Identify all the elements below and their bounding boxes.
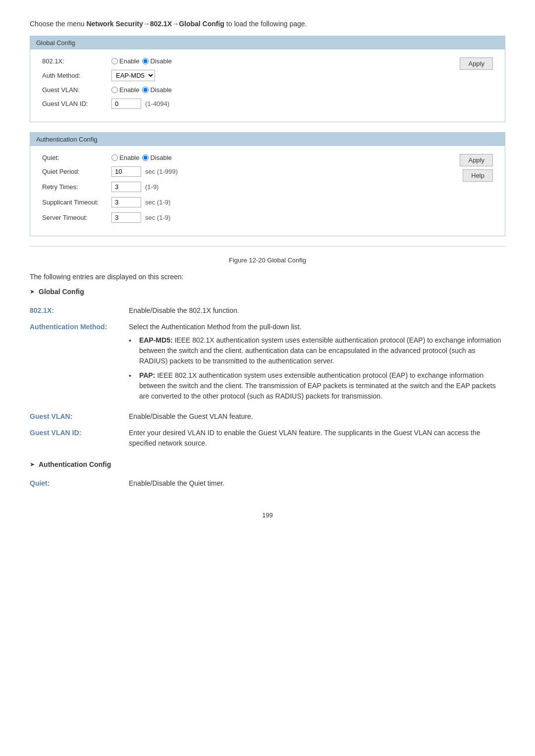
radio-8021x-disable[interactable]: Disable xyxy=(142,57,171,65)
field-row-auth-method: Auth Method: EAP-MD5 xyxy=(42,70,450,81)
field-row-guest-vlan: Guest VLAN: Enable Disable xyxy=(42,86,450,94)
auth-config-help-button[interactable]: Help xyxy=(463,169,493,182)
global-config-fields: 802.1X: Enable Disable Auth Method: xyxy=(42,57,450,114)
label-guest-vlan: Guest VLAN: xyxy=(42,86,111,94)
page-number: 199 xyxy=(30,511,505,519)
control-server-timeout: sec (1-9) xyxy=(111,212,170,223)
def-guest-vlan-id: Enter your desired VLAN ID to enable the… xyxy=(129,425,505,452)
global-config-box: Global Config 802.1X: Enable Disable xyxy=(30,36,505,122)
server-timeout-input[interactable] xyxy=(111,212,141,223)
auth-config-fields: Quiet: Enable Disable Quiet Period: xyxy=(42,154,450,228)
desc-row-guest-vlan-id: Guest VLAN ID: Enter your desired VLAN I… xyxy=(30,425,505,452)
section-divider xyxy=(30,246,505,247)
supplicant-timeout-input[interactable] xyxy=(111,197,141,207)
term-8021x: 802.1X: xyxy=(30,302,129,319)
radio-8021x-enable[interactable]: Enable xyxy=(111,57,139,65)
term-guest-vlan-id: Guest VLAN ID: xyxy=(30,425,129,452)
desc-row-8021x: 802.1X: Enable/Disable the 802.1X functi… xyxy=(30,302,505,319)
section-title-global: Global Config xyxy=(39,288,84,296)
radio-input-guest-vlan-enable[interactable] xyxy=(111,87,118,93)
def-8021x: Enable/Disable the 802.1X function. xyxy=(129,302,505,319)
label-server-timeout: Server Timeout: xyxy=(42,214,111,221)
term-auth-method: Authentication Method: xyxy=(30,319,129,408)
label-supplicant-timeout: Supplicant Timeout: xyxy=(42,199,111,206)
field-row-supplicant-timeout: Supplicant Timeout: sec (1-9) xyxy=(42,197,450,207)
radio-group-guest-vlan: Enable Disable xyxy=(111,86,172,94)
description-intro: The following entries are displayed on t… xyxy=(30,273,505,281)
label-quiet-period: Quiet Period: xyxy=(42,168,111,175)
label-retry-times: Retry Times: xyxy=(42,183,111,191)
control-quiet: Enable Disable xyxy=(111,154,172,161)
quiet-period-hint: sec (1-999) xyxy=(145,168,178,175)
global-config-buttons: Apply xyxy=(450,57,493,70)
radio-input-8021x-enable[interactable] xyxy=(111,58,118,64)
field-row-quiet: Quiet: Enable Disable xyxy=(42,154,450,161)
field-row-retry-times: Retry Times: (1-9) xyxy=(42,182,450,192)
field-row-server-timeout: Server Timeout: sec (1-9) xyxy=(42,212,450,223)
radio-input-quiet-disable[interactable] xyxy=(142,154,149,161)
global-config-title: Global Config xyxy=(36,39,75,47)
global-config-desc-table: 802.1X: Enable/Disable the 802.1X functi… xyxy=(30,302,505,452)
auth-config-box: Authentication Config Quiet: Enable Disa… xyxy=(30,132,505,236)
control-quiet-period: sec (1-999) xyxy=(111,166,178,177)
term-guest-vlan: Guest VLAN: xyxy=(30,408,129,425)
radio-group-8021x: Enable Disable xyxy=(111,57,172,65)
retry-times-hint: (1-9) xyxy=(145,183,159,191)
control-guest-vlan-id: (1-4094) xyxy=(111,99,169,109)
bullet-pap: PAP: IEEE 802.1X authentication system u… xyxy=(129,370,505,402)
label-8021x: 802.1X: xyxy=(42,57,111,65)
auth-config-buttons: Apply Help xyxy=(450,154,493,182)
radio-group-quiet: Enable Disable xyxy=(111,154,172,161)
radio-input-quiet-enable[interactable] xyxy=(111,154,118,161)
bullet-eap-md5: EAP-MD5: IEEE 802.1X authentication syst… xyxy=(129,335,505,366)
server-timeout-hint: sec (1-9) xyxy=(145,214,170,221)
field-row-8021x: 802.1X: Enable Disable xyxy=(42,57,450,65)
figure-caption: Figure 12-20 Global Config xyxy=(30,256,505,264)
intro-text-before: Choose the menu xyxy=(30,20,86,28)
field-row-guest-vlan-id: Guest VLAN ID: (1-4094) xyxy=(42,99,450,109)
arrow-icon-global: ➤ xyxy=(30,288,35,295)
description-section: The following entries are displayed on t… xyxy=(30,273,505,492)
term-quiet: Quiet: xyxy=(30,475,129,492)
desc-row-quiet: Quiet: Enable/Disable the Quiet timer. xyxy=(30,475,505,492)
global-config-header: Global Config xyxy=(30,36,505,50)
supplicant-timeout-hint: sec (1-9) xyxy=(145,199,170,206)
guest-vlan-id-input[interactable] xyxy=(111,99,141,109)
bullet-text-pap: PAP: IEEE 802.1X authentication system u… xyxy=(139,370,505,402)
intro-paragraph: Choose the menu Network Security→802.1X→… xyxy=(30,20,505,28)
retry-times-input[interactable] xyxy=(111,182,141,192)
guest-vlan-id-hint: (1-4094) xyxy=(145,100,169,107)
auth-config-desc-table: Quiet: Enable/Disable the Quiet timer. xyxy=(30,475,505,492)
def-guest-vlan: Enable/Disable the Guest VLAN feature. xyxy=(129,408,505,425)
arrow-icon-auth: ➤ xyxy=(30,461,35,468)
section-heading-global: ➤ Global Config xyxy=(30,288,505,296)
control-auth-method: EAP-MD5 xyxy=(111,70,155,81)
control-8021x: Enable Disable xyxy=(111,57,172,65)
section-title-auth: Authentication Config xyxy=(39,460,111,468)
label-auth-method: Auth Method: xyxy=(42,72,111,79)
control-supplicant-timeout: sec (1-9) xyxy=(111,197,170,207)
label-quiet: Quiet: xyxy=(42,154,111,161)
global-config-apply-button[interactable]: Apply xyxy=(460,57,493,70)
radio-input-guest-vlan-disable[interactable] xyxy=(142,87,149,93)
auth-config-header: Authentication Config xyxy=(30,133,505,146)
control-guest-vlan: Enable Disable xyxy=(111,86,172,94)
control-retry-times: (1-9) xyxy=(111,182,159,192)
field-row-quiet-period: Quiet Period: sec (1-999) xyxy=(42,166,450,177)
section-heading-auth: ➤ Authentication Config xyxy=(30,460,505,468)
auth-config-apply-button[interactable]: Apply xyxy=(460,154,493,166)
radio-input-8021x-disable[interactable] xyxy=(142,58,149,64)
label-guest-vlan-id: Guest VLAN ID: xyxy=(42,100,111,107)
auth-method-select[interactable]: EAP-MD5 xyxy=(111,70,155,81)
auth-config-body: Quiet: Enable Disable Quiet Period: xyxy=(30,146,505,236)
radio-guest-vlan-disable[interactable]: Disable xyxy=(142,86,171,94)
def-auth-method: Select the Authentication Method from th… xyxy=(129,319,505,408)
quiet-period-input[interactable] xyxy=(111,166,141,177)
global-config-body: 802.1X: Enable Disable Auth Method: xyxy=(30,50,505,122)
radio-quiet-enable[interactable]: Enable xyxy=(111,154,139,161)
radio-guest-vlan-enable[interactable]: Enable xyxy=(111,86,139,94)
def-quiet: Enable/Disable the Quiet timer. xyxy=(129,475,505,492)
radio-quiet-disable[interactable]: Disable xyxy=(142,154,171,161)
desc-row-guest-vlan: Guest VLAN: Enable/Disable the Guest VLA… xyxy=(30,408,505,425)
intro-bold: Network Security→802.1X→Global Config xyxy=(86,20,224,28)
